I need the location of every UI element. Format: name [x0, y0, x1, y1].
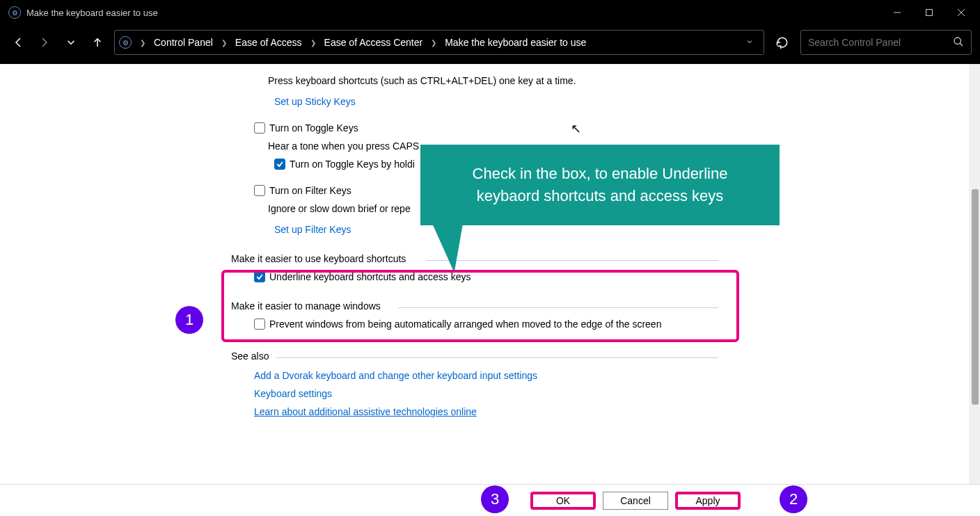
window-title: Make the keyboard easier to use [26, 8, 881, 18]
chevron-down-icon[interactable] [740, 37, 759, 48]
checkbox-filter-keys[interactable] [254, 185, 265, 196]
maximize-button[interactable] [913, 1, 945, 24]
section-manage-windows: Make it easier to manage windows [231, 300, 381, 312]
link-setup-filter-keys[interactable]: Set up Filter Keys [274, 224, 351, 235]
apply-button[interactable]: Apply [675, 492, 741, 510]
chevron-right-icon: ❯ [308, 39, 319, 47]
label-filter-keys[interactable]: Turn on Filter Keys [269, 185, 351, 196]
annotation-tooltip: Check in the box, to enable Underline ke… [420, 145, 780, 225]
label-toggle-keys[interactable]: Turn on Toggle Keys [269, 122, 358, 134]
back-button[interactable] [8, 33, 28, 52]
breadcrumb-ease-of-access[interactable]: Ease of Access [232, 35, 305, 49]
scrollbar-thumb[interactable] [972, 189, 979, 405]
link-assistive-tech[interactable]: Learn about additional assistive technol… [254, 406, 477, 417]
toolbar: ⚙ ❯ Control Panel ❯ Ease of Access ❯ Eas… [0, 25, 980, 64]
svg-rect-1 [926, 10, 933, 16]
ok-button[interactable]: OK [530, 492, 596, 510]
checkbox-underline-shortcuts[interactable] [254, 271, 265, 282]
breadcrumb-ease-of-access-center[interactable]: Ease of Access Center [322, 35, 426, 49]
forward-button[interactable] [35, 33, 54, 52]
cancel-button[interactable]: Cancel [603, 492, 668, 510]
annotation-step-1: 1 [175, 306, 203, 334]
sticky-keys-description: Press keyboard shortcuts (such as CTRL+A… [268, 75, 732, 86]
breadcrumb-control-panel[interactable]: Control Panel [151, 35, 216, 49]
link-setup-sticky-keys[interactable]: Set up Sticky Keys [274, 96, 356, 107]
svg-line-6 [960, 43, 963, 46]
section-see-also: See also [231, 350, 269, 362]
checkbox-prevent-arrange[interactable] [254, 319, 265, 330]
checkbox-toggle-keys[interactable] [254, 122, 265, 134]
chevron-right-icon: ❯ [219, 39, 230, 47]
chevron-right-icon: ❯ [137, 39, 148, 47]
up-button[interactable] [88, 33, 107, 52]
label-underline-shortcuts[interactable]: Underline keyboard shortcuts and access … [269, 271, 471, 282]
minimize-button[interactable] [881, 1, 913, 24]
label-toggle-keys-hold[interactable]: Turn on Toggle Keys by holdi [290, 159, 415, 170]
breadcrumb-current[interactable]: Make the keyboard easier to use [442, 35, 589, 49]
chevron-right-icon: ❯ [428, 39, 439, 47]
search-input[interactable] [808, 37, 953, 48]
section-keyboard-shortcuts: Make it easier to use keyboard shortcuts [231, 253, 411, 264]
control-panel-icon: ⚙ [119, 36, 132, 49]
control-panel-icon: ⚙ [8, 6, 21, 19]
refresh-button[interactable] [771, 31, 793, 54]
checkbox-toggle-keys-hold[interactable] [274, 159, 285, 170]
link-keyboard-settings[interactable]: Keyboard settings [254, 388, 332, 399]
content-area: Press keyboard shortcuts (such as CTRL+A… [0, 64, 980, 484]
link-dvorak[interactable]: Add a Dvorak keyboard and change other k… [254, 370, 537, 381]
svg-point-5 [954, 38, 961, 44]
address-bar[interactable]: ⚙ ❯ Control Panel ❯ Ease of Access ❯ Eas… [114, 30, 764, 55]
annotation-step-2: 2 [780, 485, 807, 513]
annotation-step-3: 3 [481, 485, 509, 513]
close-button[interactable] [945, 1, 977, 24]
search-box[interactable] [800, 30, 972, 55]
scrollbar-track[interactable] [969, 64, 980, 484]
titlebar: ⚙ Make the keyboard easier to use [0, 0, 980, 25]
recent-button[interactable] [61, 33, 81, 52]
search-icon[interactable] [953, 36, 964, 49]
label-prevent-arrange[interactable]: Prevent windows from being automatically… [269, 319, 661, 330]
